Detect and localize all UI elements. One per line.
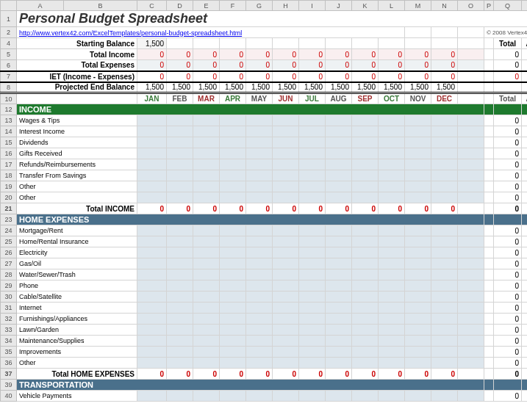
cell[interactable]: [246, 148, 273, 159]
cell[interactable]: [405, 181, 431, 192]
cell[interactable]: [137, 258, 167, 269]
cell[interactable]: [137, 325, 167, 336]
cell[interactable]: [246, 225, 273, 236]
cell[interactable]: [458, 325, 484, 336]
cell[interactable]: [273, 247, 299, 258]
cell[interactable]: [273, 325, 299, 336]
income-item[interactable]: Wages & Tips: [17, 115, 137, 126]
net-value[interactable]: 0: [352, 71, 379, 82]
cell[interactable]: [167, 148, 193, 159]
cell[interactable]: [379, 303, 405, 314]
cell[interactable]: [167, 269, 193, 280]
net-value[interactable]: 0: [193, 71, 220, 82]
row-header[interactable]: 35: [1, 347, 17, 358]
cell[interactable]: [299, 325, 326, 336]
cell[interactable]: [137, 247, 167, 258]
cell[interactable]: [352, 258, 379, 269]
cell[interactable]: [431, 236, 458, 247]
cell[interactable]: [405, 126, 431, 137]
cell[interactable]: [246, 280, 273, 292]
cell[interactable]: [137, 391, 167, 402]
cell[interactable]: [458, 269, 484, 280]
cell[interactable]: [326, 258, 352, 269]
cell[interactable]: [379, 225, 405, 236]
col-R[interactable]: R: [522, 1, 528, 11]
col-P[interactable]: P: [484, 1, 494, 11]
cell[interactable]: [220, 170, 246, 181]
row-header[interactable]: 5: [1, 49, 17, 60]
row-header[interactable]: 36: [1, 358, 17, 369]
cell[interactable]: [326, 181, 352, 192]
cell[interactable]: [273, 236, 299, 247]
col-M[interactable]: M: [405, 1, 431, 11]
expense-value[interactable]: 0: [273, 60, 299, 71]
cell[interactable]: [220, 258, 246, 269]
cell[interactable]: [193, 247, 220, 258]
col-D[interactable]: D: [167, 1, 193, 11]
row-header[interactable]: 31: [1, 303, 17, 314]
cell[interactable]: [431, 347, 458, 358]
cell[interactable]: [273, 192, 299, 203]
cell[interactable]: [326, 280, 352, 292]
cell[interactable]: [352, 115, 379, 126]
home-item[interactable]: Home/Rental Insurance: [17, 236, 137, 247]
expense-value[interactable]: 0: [246, 60, 273, 71]
expense-value[interactable]: 0: [193, 60, 220, 71]
cell[interactable]: [167, 159, 193, 170]
cell[interactable]: [193, 115, 220, 126]
cell[interactable]: [246, 170, 273, 181]
cell[interactable]: [246, 269, 273, 280]
col-L[interactable]: L: [379, 1, 405, 11]
cell[interactable]: [137, 280, 167, 292]
cell[interactable]: [299, 391, 326, 402]
cell[interactable]: [326, 192, 352, 203]
home-item[interactable]: Cable/Satellite: [17, 292, 137, 303]
projected-value[interactable]: 1,500: [326, 82, 352, 93]
net-value[interactable]: 0: [137, 71, 167, 82]
cell[interactable]: [246, 159, 273, 170]
cell[interactable]: [458, 258, 484, 269]
cell[interactable]: [326, 269, 352, 280]
cell[interactable]: [405, 280, 431, 292]
cell[interactable]: [352, 236, 379, 247]
row-header[interactable]: 7: [1, 71, 17, 82]
cell[interactable]: [220, 247, 246, 258]
cell[interactable]: [379, 325, 405, 336]
cell[interactable]: [246, 358, 273, 369]
cell[interactable]: [220, 314, 246, 325]
cell[interactable]: [220, 325, 246, 336]
row-header[interactable]: 21: [1, 203, 17, 214]
row-header[interactable]: 1: [1, 11, 17, 27]
projected-value[interactable]: 1,500: [379, 82, 405, 93]
cell[interactable]: [167, 137, 193, 148]
cell[interactable]: [299, 148, 326, 159]
row-header[interactable]: 18: [1, 170, 17, 181]
cell[interactable]: [137, 314, 167, 325]
cell[interactable]: [220, 358, 246, 369]
cell[interactable]: [193, 325, 220, 336]
home-item[interactable]: Internet: [17, 303, 137, 314]
cell[interactable]: [167, 115, 193, 126]
cell[interactable]: [405, 170, 431, 181]
projected-value[interactable]: 1,500: [405, 82, 431, 93]
cell[interactable]: [379, 358, 405, 369]
cell[interactable]: [137, 303, 167, 314]
cell[interactable]: [246, 292, 273, 303]
row-header[interactable]: 29: [1, 280, 17, 292]
cell[interactable]: [458, 280, 484, 292]
cell[interactable]: [193, 258, 220, 269]
projected-value[interactable]: 1,500: [299, 82, 326, 93]
expense-value[interactable]: 0: [137, 60, 167, 71]
projected-value[interactable]: 1,500: [137, 82, 167, 93]
cell[interactable]: [273, 292, 299, 303]
cell[interactable]: [379, 170, 405, 181]
row-header[interactable]: 30: [1, 292, 17, 303]
cell[interactable]: [137, 236, 167, 247]
cell[interactable]: [167, 314, 193, 325]
cell[interactable]: [379, 126, 405, 137]
cell[interactable]: [458, 159, 484, 170]
cell[interactable]: [273, 137, 299, 148]
net-value[interactable]: 0: [246, 71, 273, 82]
expense-value[interactable]: 0: [299, 60, 326, 71]
cell[interactable]: [352, 192, 379, 203]
